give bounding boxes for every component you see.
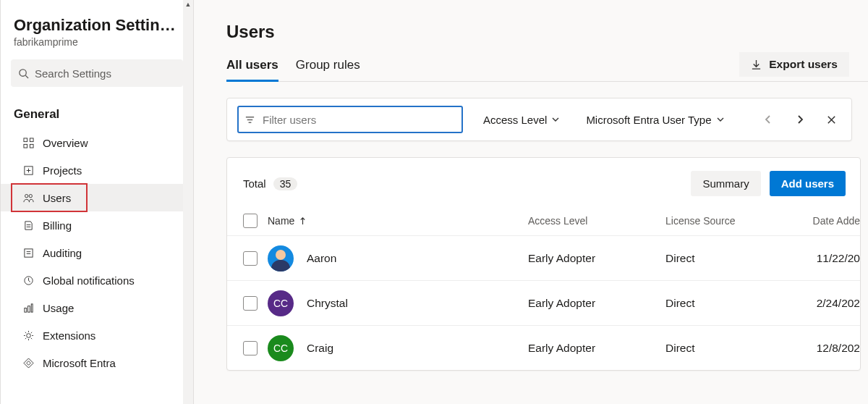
projects-icon [22,164,34,176]
user-source: Direct [665,342,810,355]
filter-access-level-label: Access Level [483,114,547,126]
user-access: Early Adopter [528,297,665,310]
svg-rect-19 [31,303,33,311]
filter-users-input[interactable] [237,106,463,133]
filter-entra-user-type[interactable]: Microsoft Entra User Type [580,109,730,130]
sidebar-item-label: Usage [43,302,74,314]
filter-icon [244,114,255,125]
sidebar-item-label: Users [43,192,71,204]
col-header-date[interactable]: Date Adde [810,215,860,227]
sidebar-item-label: Projects [43,164,82,177]
svg-point-0 [20,69,26,75]
tab-group-rules[interactable]: Group rules [296,58,360,81]
user-name: Craig [307,342,333,355]
svg-rect-18 [27,306,30,311]
table-row[interactable]: CC Craig Early Adopter Direct 12/8/202 [227,325,860,370]
avatar: CC [268,335,294,361]
svg-rect-4 [23,144,27,148]
svg-rect-17 [24,308,26,312]
col-header-access[interactable]: Access Level [528,215,665,227]
svg-rect-2 [23,138,27,141]
sidebar-item-label: Microsoft Entra [43,357,116,369]
sidebar-item-usage[interactable]: Usage [1,294,193,321]
svg-point-10 [29,194,32,197]
entra-icon [22,357,34,369]
sidebar-item-label: Billing [43,219,72,232]
user-source: Direct [665,252,810,265]
user-date: 11/22/20 [810,252,860,265]
gear-icon [22,329,34,341]
sidebar-item-users[interactable]: Users [1,184,193,211]
filter-prev-button[interactable] [762,114,774,125]
user-source: Direct [665,297,810,310]
clock-icon [22,274,34,286]
export-users-button[interactable]: Export users [739,52,849,77]
sidebar-subtitle: fabrikamprime [14,36,180,48]
sidebar-section-general: General [1,97,193,129]
sidebar-item-label: Auditing [43,247,82,259]
avatar: CC [268,290,294,316]
col-header-source[interactable]: License Source [665,215,810,227]
sidebar-item-microsoft-entra[interactable]: Microsoft Entra [1,349,193,376]
sidebar-title: Organization Settin… [14,16,180,35]
table-row[interactable]: Aaron Early Adopter Direct 11/22/20 [227,235,860,280]
search-settings-placeholder: Search Settings [35,67,111,80]
user-access: Early Adopter [528,342,665,355]
svg-point-20 [26,333,30,337]
svg-rect-5 [30,144,33,148]
chevron-down-icon [716,115,725,124]
svg-point-9 [25,194,27,197]
sidebar-item-billing[interactable]: Billing [1,211,193,239]
download-icon [751,59,762,70]
filter-entra-label: Microsoft Entra User Type [586,114,711,126]
sidebar: Organization Settin… fabrikamprime Searc… [0,0,194,404]
scroll-up-icon[interactable]: ▲ [185,1,192,8]
billing-icon [22,219,34,231]
main-panel: Users All users Group rules Export users… [194,0,868,404]
search-settings-input[interactable]: Search Settings [11,59,183,87]
user-date: 12/8/202 [810,342,860,355]
tab-all-users[interactable]: All users [226,58,278,82]
user-date: 2/24/202 [810,297,860,310]
add-users-button[interactable]: Add users [770,171,846,196]
col-header-name[interactable]: Name [268,215,528,227]
select-all-checkbox[interactable] [243,214,258,228]
svg-rect-13 [24,248,32,256]
row-checkbox[interactable] [243,251,258,266]
row-checkbox[interactable] [243,341,258,355]
users-icon [22,192,34,203]
page-title: Users [226,0,868,42]
user-name: Chrystal [307,297,348,310]
sidebar-item-auditing[interactable]: Auditing [1,239,193,266]
total-label: Total [243,177,266,190]
filter-users-text[interactable] [261,113,456,127]
usage-icon [22,302,34,313]
summary-button[interactable]: Summary [691,171,760,196]
row-checkbox[interactable] [243,296,258,311]
sidebar-item-overview[interactable]: Overview [1,129,193,156]
sidebar-item-global-notifications[interactable]: Global notifications [1,266,193,294]
sort-asc-icon [299,217,307,225]
total-count: 35 [273,177,298,190]
filter-access-level[interactable]: Access Level [477,109,566,130]
sidebar-item-extensions[interactable]: Extensions [1,321,193,349]
overview-icon [22,137,34,148]
sidebar-item-label: Overview [43,137,88,149]
sidebar-item-label: Extensions [43,329,95,342]
table-row[interactable]: CC Chrystal Early Adopter Direct 2/24/20… [227,280,860,325]
search-icon [18,68,29,79]
auditing-icon [22,247,34,258]
filter-bar: Access Level Microsoft Entra User Type [226,98,852,141]
filter-clear-button[interactable] [826,114,837,125]
svg-rect-3 [30,138,33,141]
chevron-down-icon [551,115,560,124]
sidebar-scrollbar[interactable]: ▲ [183,0,193,404]
users-table: Total 35 Summary Add users Name Access L… [226,157,861,371]
sidebar-item-label: Global notifications [43,274,135,287]
user-name: Aaron [307,252,336,265]
avatar [268,245,294,272]
filter-next-button[interactable] [794,114,806,125]
export-users-label: Export users [769,58,838,71]
sidebar-item-projects[interactable]: Projects [1,156,193,184]
svg-line-1 [25,75,28,78]
